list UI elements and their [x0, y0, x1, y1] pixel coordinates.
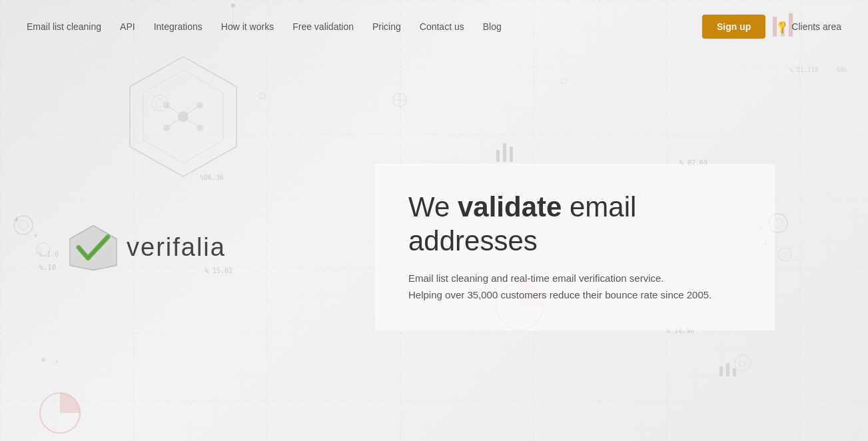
clients-area-label: Clients area: [791, 21, 841, 32]
nav-item-free-validation[interactable]: Free validation: [292, 21, 354, 33]
hero-subtitle-line1: Email list cleaning and real-time email …: [408, 270, 741, 287]
hero-title: We validate email addresses: [408, 191, 741, 258]
nav-item-integrations[interactable]: Integrations: [154, 21, 203, 33]
nav-right: Sign up 🔑 Clients area: [702, 15, 841, 39]
hero-subtitle-line2: Helping over 35,000 customers reduce the…: [408, 286, 741, 304]
navbar: Email list cleaning API Integrations How…: [0, 0, 868, 53]
nav-link-api[interactable]: API: [120, 21, 135, 32]
nav-link-how-it-works[interactable]: How it works: [221, 21, 274, 32]
nav-links: Email list cleaning API Integrations How…: [27, 21, 502, 33]
nav-link-free-validation[interactable]: Free validation: [292, 21, 354, 32]
nav-link-contact[interactable]: Contact us: [420, 21, 464, 32]
logo-icon: [67, 222, 120, 272]
nav-item-pricing[interactable]: Pricing: [372, 21, 401, 33]
clients-area-link[interactable]: 🔑 Clients area: [776, 21, 841, 32]
logo: verifalia: [67, 222, 226, 272]
logo-text: verifalia: [127, 233, 226, 262]
nav-link-integrations[interactable]: Integrations: [154, 21, 203, 32]
nav-link-pricing[interactable]: Pricing: [372, 21, 401, 32]
nav-link-email-cleaning[interactable]: Email list cleaning: [27, 21, 101, 32]
nav-item-email-cleaning[interactable]: Email list cleaning: [27, 21, 101, 33]
logo-container: verifalia: [67, 222, 226, 272]
nav-item-contact[interactable]: Contact us: [420, 21, 464, 33]
hero-title-bold: validate: [458, 191, 562, 222]
nav-link-blog[interactable]: Blog: [483, 21, 502, 32]
nav-item-how-it-works[interactable]: How it works: [221, 21, 274, 33]
signup-button[interactable]: Sign up: [702, 15, 765, 39]
hero-title-start: We: [408, 191, 458, 222]
key-icon: 🔑: [774, 19, 789, 34]
hero-section: verifalia We validate email addresses Em…: [0, 53, 868, 441]
nav-item-api[interactable]: API: [120, 21, 135, 33]
hero-content: We validate email addresses Email list c…: [375, 164, 775, 330]
nav-item-blog[interactable]: Blog: [483, 21, 502, 33]
